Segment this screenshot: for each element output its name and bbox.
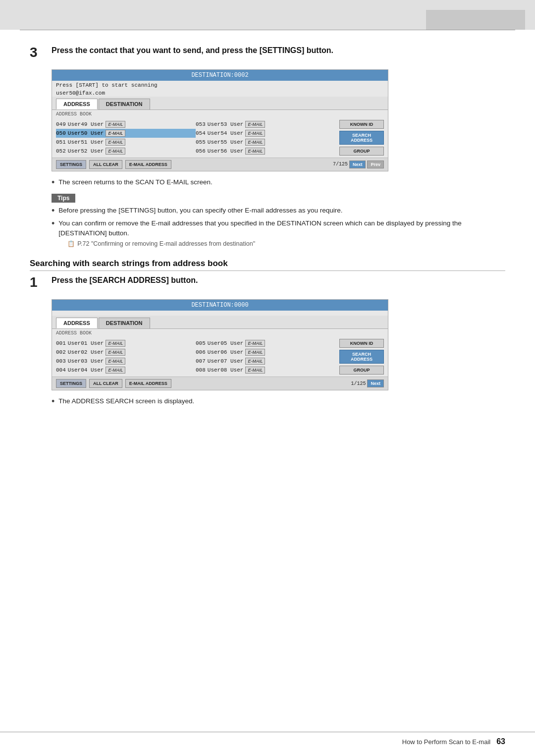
- all-clear-button-2[interactable]: ALL CLEAR: [89, 379, 122, 388]
- all-clear-button-1[interactable]: ALL CLEAR: [89, 160, 122, 169]
- screen1-col-right: 053 User53 User E-MAIL 054 User54 User E…: [196, 120, 335, 156]
- screen1-row052-badge: E-MAIL: [106, 148, 125, 155]
- screen2-row002-badge: E-MAIL: [106, 349, 125, 356]
- step1-number: 1: [30, 275, 44, 290]
- screen1-col-left: 049 User49 User E-MAIL 050 User50 User E…: [56, 120, 196, 156]
- bullet1-section: • The screen returns to the SCAN TO E-MA…: [52, 177, 505, 188]
- screen2-body: 001 User01 User E-MAIL 002 User02 User E…: [52, 337, 388, 377]
- screen1-row052-name: User52 User: [68, 148, 104, 154]
- step3-number: 3: [30, 45, 44, 60]
- screen2-row-006[interactable]: 006 User06 User E-MAIL: [196, 348, 335, 357]
- known-id-button[interactable]: KNOWN ID: [339, 120, 384, 129]
- screen2-row-005[interactable]: 005 User05 User E-MAIL: [196, 339, 335, 348]
- screen1-row056-id: 056: [196, 148, 206, 154]
- screen1-row-050[interactable]: 050 User50 User E-MAIL: [56, 129, 196, 138]
- screen1-row-054[interactable]: 054 User54 User E-MAIL: [196, 129, 335, 138]
- screen1-row054-badge: E-MAIL: [245, 130, 265, 137]
- book-icon: 📋: [67, 239, 75, 248]
- settings-button-2[interactable]: SETTINGS: [56, 379, 86, 388]
- prev-button-1[interactable]: Prev: [367, 161, 384, 168]
- bullet1-dot: •: [52, 177, 54, 188]
- screen2-row008-name: User08 User: [208, 367, 244, 373]
- screen1-row-055[interactable]: 055 User55 User E-MAIL: [196, 138, 335, 147]
- screen2-row-003[interactable]: 003 User03 User E-MAIL: [56, 357, 196, 366]
- footer-text: How to Perform Scan to E-mail: [402, 738, 490, 746]
- bullet2-dot: •: [52, 396, 54, 407]
- bullet2-section: • The ADDRESS SEARCH screen is displayed…: [52, 396, 505, 407]
- tips-item2-block: You can confirm or remove the E-mail add…: [58, 218, 505, 249]
- screen2-row-004[interactable]: 004 User04 User E-MAIL: [56, 366, 196, 375]
- bullet2-text: The ADDRESS SEARCH screen is displayed.: [58, 396, 194, 406]
- screen1-row055-name: User55 User: [208, 139, 244, 145]
- bullet2-item: • The ADDRESS SEARCH screen is displayed…: [52, 396, 505, 407]
- screen2-spacer: [52, 311, 388, 316]
- tips-item1-text: Before pressing the [SETTINGS] button, y…: [58, 206, 342, 216]
- screen1-page-info: 7/125 Next Prev: [333, 161, 384, 168]
- tips-dot2: •: [52, 218, 54, 229]
- screen1-row056-name: User56 User: [208, 148, 244, 154]
- screen1-row-056[interactable]: 056 User56 User E-MAIL: [196, 147, 335, 156]
- screen2-row-001[interactable]: 001 User01 User E-MAIL: [56, 339, 196, 348]
- email-address-button-1[interactable]: E-MAIL ADDRESS: [125, 160, 171, 169]
- footer-page: 63: [496, 737, 505, 746]
- screen2-row-007[interactable]: 007 User07 User E-MAIL: [196, 357, 335, 366]
- tab2-destination[interactable]: DESTINATION: [99, 318, 150, 328]
- screen2-row-002[interactable]: 002 User02 User E-MAIL: [56, 348, 196, 357]
- screen2-row004-name: User04 User: [68, 367, 104, 373]
- settings-button-1[interactable]: SETTINGS: [56, 160, 86, 169]
- screen2-row007-id: 007: [196, 358, 206, 364]
- screen1-row054-id: 054: [196, 130, 206, 136]
- screen2-row006-id: 006: [196, 349, 206, 355]
- screen2-header: DESTINATION:0000: [52, 300, 388, 311]
- screen1-tabs: ADDRESS DESTINATION: [52, 97, 388, 110]
- screen1-row-049[interactable]: 049 User49 User E-MAIL: [56, 120, 196, 129]
- screen1-row-053[interactable]: 053 User53 User E-MAIL: [196, 120, 335, 129]
- screen1-row053-id: 053: [196, 121, 206, 127]
- screen1-subtext1: Press [START] to start scanning: [52, 81, 388, 89]
- tips-bullets: • Before pressing the [SETTINGS] button,…: [52, 206, 505, 249]
- screen1-row049-badge: E-MAIL: [106, 121, 125, 128]
- screen2-row003-badge: E-MAIL: [106, 358, 125, 365]
- group-button-2[interactable]: GROUP: [339, 366, 384, 375]
- screen1-side-buttons: KNOWN ID SEARCH ADDRESS GROUP: [339, 120, 384, 156]
- search-address-button-2[interactable]: SEARCH ADDRESS: [339, 350, 384, 364]
- bullet1-text: The screen returns to the SCAN TO E-MAIL…: [58, 177, 212, 187]
- screen1-row054-name: User54 User: [208, 130, 244, 136]
- tab2-address[interactable]: ADDRESS: [56, 318, 98, 328]
- bullet1-item: • The screen returns to the SCAN TO E-MA…: [52, 177, 505, 188]
- tips-item1: • Before pressing the [SETTINGS] button,…: [52, 206, 505, 216]
- next-button-2[interactable]: Next: [367, 379, 384, 387]
- screen2-row002-name: User02 User: [68, 349, 104, 355]
- screen1-row051-name: User51 User: [68, 139, 104, 145]
- search-address-button-1[interactable]: SEARCH ADDRESS: [339, 131, 384, 145]
- top-bar-graphic: [426, 10, 525, 30]
- screen1-row056-badge: E-MAIL: [245, 148, 265, 155]
- next-button-1[interactable]: Next: [349, 161, 366, 168]
- screen1-row055-badge: E-MAIL: [245, 139, 265, 146]
- step3-block: 3 Press the contact that you want to sen…: [30, 45, 505, 60]
- screen2-row008-badge: E-MAIL: [245, 367, 265, 374]
- screen2-row001-badge: E-MAIL: [106, 340, 125, 347]
- screen2-row001-name: User01 User: [68, 340, 104, 346]
- group-button-1[interactable]: GROUP: [339, 147, 384, 156]
- screen1-header: DESTINATION:0002: [52, 70, 388, 81]
- screen1-row053-badge: E-MAIL: [245, 121, 265, 128]
- tab1-destination[interactable]: DESTINATION: [99, 99, 150, 109]
- screen2-row006-name: User06 User: [208, 349, 244, 355]
- screen1-row051-id: 051: [56, 139, 66, 145]
- screen2-col-right: 005 User05 User E-MAIL 006 User06 User E…: [196, 339, 335, 375]
- tab1-address[interactable]: ADDRESS: [56, 99, 98, 109]
- tips-dot1: •: [52, 206, 54, 216]
- email-address-button-2[interactable]: E-MAIL ADDRESS: [125, 379, 171, 388]
- screen1-row055-id: 055: [196, 139, 206, 145]
- screen2-row006-badge: E-MAIL: [245, 349, 265, 356]
- screen1-body: 049 User49 User E-MAIL 050 User50 User E…: [52, 118, 388, 158]
- screen2-row005-badge: E-MAIL: [245, 340, 265, 347]
- screen2-tabs: ADDRESS DESTINATION: [52, 316, 388, 329]
- screen1-row-051[interactable]: 051 User51 User E-MAIL: [56, 138, 196, 147]
- screen2-row005-id: 005: [196, 340, 206, 346]
- screen2-row-008[interactable]: 008 User08 User E-MAIL: [196, 366, 335, 375]
- screen1-row-052[interactable]: 052 User52 User E-MAIL: [56, 147, 196, 156]
- known-id-button-2[interactable]: KNOWN ID: [339, 339, 384, 348]
- screen2-addressbook-label: ADDRESS BOOK: [52, 329, 388, 337]
